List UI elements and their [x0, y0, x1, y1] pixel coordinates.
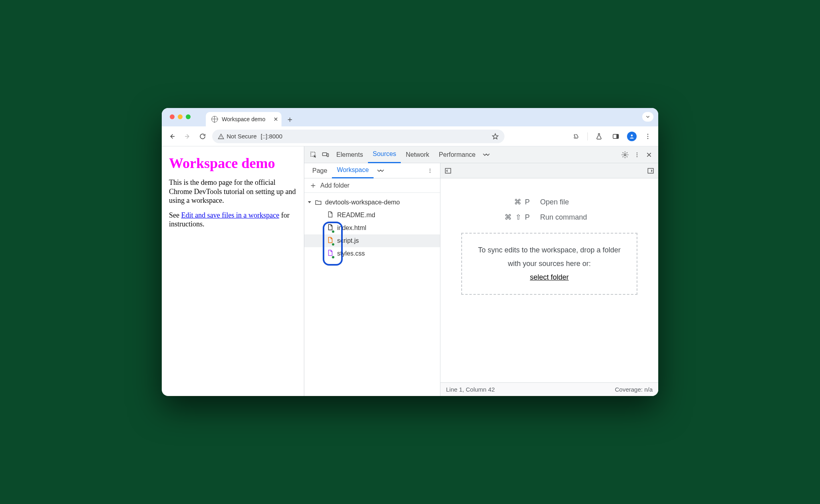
- tab-strip: Workspace demo ✕ ＋: [162, 108, 658, 126]
- security-label: Not Secure: [227, 133, 257, 140]
- labs-button[interactable]: [593, 131, 605, 142]
- globe-icon: [211, 116, 218, 122]
- panel-network[interactable]: Network: [401, 146, 434, 163]
- tutorial-link[interactable]: Edit and save files in a workspace: [181, 211, 279, 219]
- mapped-indicator: [332, 243, 335, 246]
- navigator-tabs: Page Workspace: [304, 163, 440, 178]
- sources-editor-pane: ⌘ P Open file ⌘ ⇧ P Run command To sync …: [440, 163, 658, 396]
- show-debugger-button[interactable]: [647, 167, 654, 174]
- file-label: index.html: [337, 224, 366, 232]
- tab-overflow-button[interactable]: [642, 112, 653, 122]
- folder-icon: [315, 199, 322, 206]
- tree-file-script[interactable]: script.js: [304, 234, 440, 247]
- new-tab-button[interactable]: ＋: [284, 113, 296, 125]
- svg-point-10: [624, 154, 626, 156]
- window-zoom-button[interactable]: [186, 114, 191, 119]
- tree-file-index[interactable]: index.html: [304, 222, 440, 234]
- separator: [587, 132, 588, 140]
- editor-header: [440, 163, 658, 178]
- svg-point-13: [637, 156, 637, 157]
- file-icon: [327, 211, 334, 218]
- tab-close-button[interactable]: ✕: [273, 116, 278, 122]
- browser-tab[interactable]: Workspace demo ✕: [206, 112, 281, 126]
- svg-point-5: [647, 136, 648, 136]
- workspace-dropzone[interactable]: To sync edits to the workspace, drop a f…: [461, 233, 637, 295]
- devtools-menu-button[interactable]: [631, 151, 643, 158]
- browser-toolbar: Not Secure [::]:8000: [162, 126, 658, 146]
- tab-title: Workspace demo: [222, 116, 265, 122]
- navigator-menu-button[interactable]: [423, 167, 437, 174]
- tree-file-readme[interactable]: README.md: [304, 209, 440, 222]
- devtools-settings-button[interactable]: [619, 151, 631, 159]
- shortcut-run-command: ⌘ ⇧ P Run command: [469, 213, 629, 222]
- warning-icon: [218, 133, 224, 140]
- window-close-button[interactable]: [170, 114, 175, 119]
- svg-point-14: [430, 168, 430, 169]
- navigator-tab-workspace[interactable]: Workspace: [332, 163, 374, 178]
- browser-window: Workspace demo ✕ ＋ Not Secure: [162, 108, 658, 396]
- para2-prefix: See: [169, 211, 181, 219]
- side-panel-button[interactable]: [610, 131, 621, 142]
- chrome-menu-button[interactable]: [642, 131, 653, 142]
- shortcut-open-file: ⌘ P Open file: [469, 198, 629, 206]
- page-paragraph-1: This is the demo page for the official C…: [169, 178, 297, 205]
- url-text: [::]:8000: [261, 133, 282, 140]
- plus-icon: [310, 182, 316, 189]
- security-indicator[interactable]: Not Secure: [218, 133, 257, 140]
- toolbar-right: [571, 131, 653, 142]
- svg-point-0: [221, 137, 221, 138]
- bookmark-button[interactable]: [492, 133, 499, 140]
- svg-point-16: [430, 172, 430, 173]
- cursor-position: Line 1, Column 42: [446, 386, 495, 393]
- page-paragraph-2: See Edit and save files in a workspace f…: [169, 211, 297, 229]
- devtools-panel-tabs: Elements Sources Network Performance: [304, 146, 658, 163]
- panels-overflow-button[interactable]: [480, 152, 492, 157]
- svg-rect-9: [327, 154, 329, 157]
- shortcut-keys: ⌘ ⇧ P: [486, 213, 531, 222]
- coverage-status: Coverage: n/a: [615, 386, 653, 393]
- svg-rect-2: [617, 134, 619, 138]
- shortcut-label: Open file: [540, 198, 612, 206]
- devtools: Elements Sources Network Performance: [304, 146, 658, 396]
- svg-rect-8: [323, 152, 327, 156]
- mapped-indicator: [332, 230, 335, 233]
- sources-navigator: Page Workspace Add folder: [304, 163, 440, 396]
- address-bar[interactable]: Not Secure [::]:8000: [212, 130, 504, 143]
- svg-point-15: [430, 170, 430, 171]
- back-button[interactable]: [167, 131, 178, 142]
- device-toolbar-button[interactable]: [320, 151, 332, 158]
- svg-point-6: [647, 138, 648, 139]
- inspect-element-button[interactable]: [308, 151, 320, 158]
- svg-point-3: [631, 134, 633, 136]
- file-tree: devtools-workspace-demo README.md index.…: [304, 193, 440, 396]
- navigator-tabs-overflow[interactable]: [377, 168, 385, 173]
- panel-sources[interactable]: Sources: [368, 146, 401, 163]
- forward-button[interactable]: [182, 131, 193, 142]
- extensions-button[interactable]: [571, 131, 582, 142]
- file-label: styles.css: [337, 250, 365, 257]
- editor-statusbar: Line 1, Column 42 Coverage: n/a: [440, 382, 658, 396]
- file-label: README.md: [337, 212, 375, 219]
- rendered-page: Workspace demo This is the demo page for…: [162, 146, 304, 396]
- window-minimize-button[interactable]: [178, 114, 183, 119]
- devtools-close-button[interactable]: [643, 152, 655, 158]
- reload-button[interactable]: [197, 131, 208, 142]
- tree-file-styles[interactable]: styles.css: [304, 247, 440, 260]
- svg-point-4: [647, 134, 648, 134]
- svg-rect-18: [648, 168, 653, 173]
- profile-button[interactable]: [627, 132, 637, 141]
- add-folder-label: Add folder: [320, 182, 350, 189]
- expand-toggle-icon[interactable]: [308, 200, 312, 204]
- svg-rect-17: [445, 168, 451, 173]
- show-navigator-button[interactable]: [444, 167, 452, 174]
- shortcut-label: Run command: [540, 213, 612, 222]
- window-controls: [170, 114, 191, 119]
- panel-elements[interactable]: Elements: [332, 146, 368, 163]
- navigator-tab-page[interactable]: Page: [308, 163, 332, 178]
- mapped-indicator: [332, 256, 335, 259]
- panel-performance[interactable]: Performance: [434, 146, 480, 163]
- svg-point-12: [637, 154, 637, 155]
- select-folder-link[interactable]: select folder: [530, 273, 569, 281]
- tree-folder-row[interactable]: devtools-workspace-demo: [304, 196, 440, 209]
- add-folder-button[interactable]: Add folder: [304, 178, 440, 193]
